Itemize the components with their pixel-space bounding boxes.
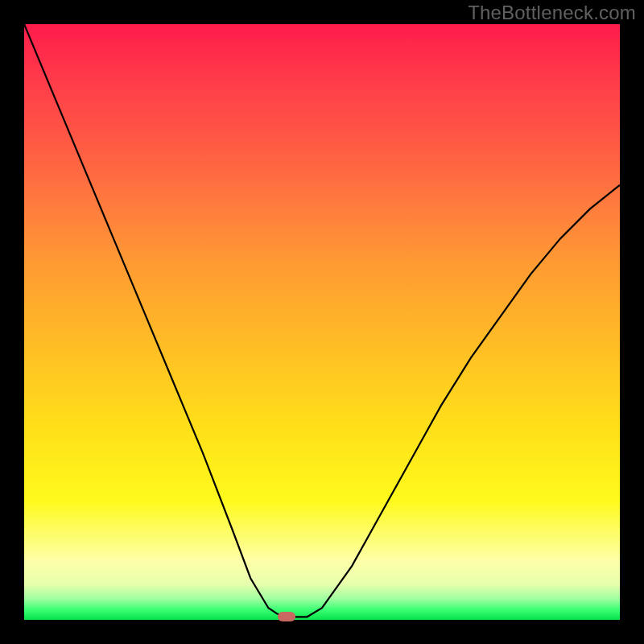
curve-svg bbox=[24, 24, 620, 620]
watermark-text: TheBottleneck.com bbox=[468, 2, 636, 24]
bottleneck-curve bbox=[24, 24, 620, 617]
optimal-point-marker bbox=[278, 612, 295, 621]
plot-area bbox=[24, 24, 620, 620]
chart-frame: TheBottleneck.com bbox=[0, 0, 644, 644]
